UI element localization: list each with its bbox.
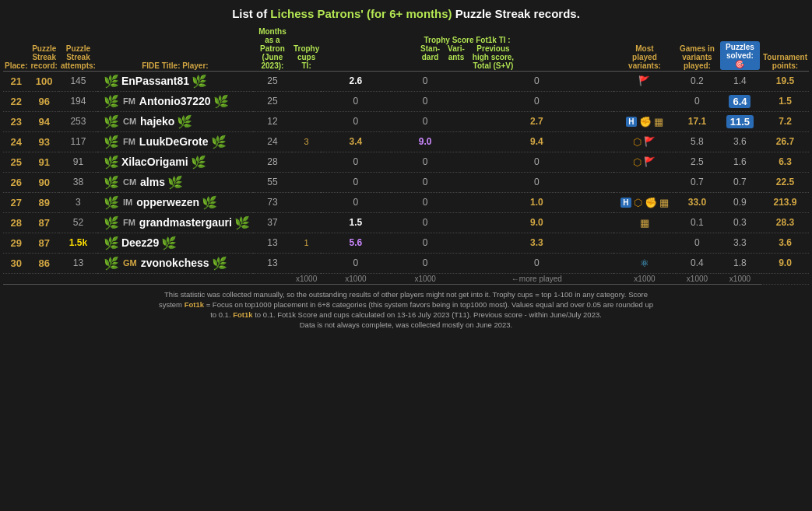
most-played-cell: H✊▦: [613, 111, 676, 131]
months-cell: 12: [253, 111, 292, 131]
puzzles-cell: 1.6: [719, 152, 761, 172]
player-cell: 🌿 GM zvonokchess 🌿: [97, 253, 253, 273]
streak-record-cell: 94: [29, 111, 58, 131]
months-cell: 28: [253, 152, 292, 172]
trophy-cell: 1: [292, 233, 321, 253]
score-standard-cell: 0: [321, 253, 390, 273]
score-variants-cell: 0: [391, 111, 460, 131]
most-played-cell: ▦: [613, 212, 676, 233]
tournament-cell: 22.5: [761, 172, 809, 192]
months-cell: 55: [253, 172, 292, 192]
player-cell: 🌿 CM hajeko 🌿: [97, 111, 253, 131]
streak-record-cell: 89: [29, 192, 58, 212]
col-place: Place:: [3, 26, 29, 72]
puzzles-cell: 3.3: [719, 233, 761, 253]
trophy-cell: [292, 152, 321, 172]
title-prefix: List of: [232, 7, 270, 20]
player-cell: 🌿 FM grandmastergauri 🌿: [97, 212, 253, 233]
page-wrapper: List of Lichess Patrons' (for 6+ months)…: [0, 0, 812, 334]
streak-record-cell: 91: [29, 152, 58, 172]
col-player: FIDE Title: Player:: [97, 26, 253, 72]
tournament-cell: 19.5: [761, 71, 809, 91]
streak-attempts-cell: 91: [59, 152, 97, 172]
x1000-row: x1000 x1000 x1000 ←more played x1000 x10…: [3, 273, 809, 284]
games-cell: 0: [676, 91, 719, 111]
table-row: 2394253 🌿 CM hajeko 🌿 12002.7H✊▦17.111.5…: [3, 111, 809, 131]
table-row: 308613 🌿 GM zvonokchess 🌿 13000⚛0.41.89.…: [3, 253, 809, 273]
more-played-label: ←more played: [460, 273, 613, 284]
tournament-cell: 7.2: [761, 111, 809, 131]
trophy-cell: [292, 71, 321, 91]
table-row: 21100145 🌿 EnPassant81 🌿 252.600🚩0.21.41…: [3, 71, 809, 91]
table-row: 288752 🌿 FM grandmastergauri 🌿 371.509.0…: [3, 212, 809, 233]
col-puzzles: Puzzlessolved: 🎯: [719, 26, 761, 72]
months-cell: 73: [253, 192, 292, 212]
table-row: 2493117 🌿 FM LuukDeGrote 🌿 2433.49.09.4⬡…: [3, 131, 809, 152]
footer-note: This statistic was collected manually, s…: [3, 289, 809, 331]
months-cell: 13: [253, 253, 292, 273]
player-cell: 🌿 FM LuukDeGrote 🌿: [97, 131, 253, 152]
streak-attempts-cell: 3: [59, 192, 97, 212]
games-cell: 0.7: [676, 172, 719, 192]
col-tournament: Tournamentpoints:: [761, 26, 809, 72]
player-cell: 🌿 CM alms 🌿: [97, 172, 253, 192]
tournament-cell: 9.0: [761, 253, 809, 273]
page-title: List of Lichess Patrons' (for 6+ months)…: [3, 6, 809, 22]
score-variants-cell: 0: [391, 253, 460, 273]
table-row: 259191 🌿 XilacOrigami 🌿 28000⬡🚩2.51.66.3: [3, 152, 809, 172]
table-body: 21100145 🌿 EnPassant81 🌿 252.600🚩0.21.41…: [3, 71, 809, 273]
streak-record-cell: 93: [29, 131, 58, 152]
player-cell: 🌿 EnPassant81 🌿: [97, 71, 253, 91]
games-cell: 0.1: [676, 212, 719, 233]
table-row: 269038 🌿 CM alms 🌿 550000.70.722.5: [3, 172, 809, 192]
tournament-cell: 213.9: [761, 192, 809, 212]
place-cell: 28: [3, 212, 29, 233]
x1000-fot1k: x1000: [391, 273, 460, 284]
fot1k-prev-cell: 0: [460, 91, 613, 111]
score-variants-cell: 0: [391, 192, 460, 212]
fot1k-prev-cell: 0: [460, 253, 613, 273]
x1000-games: x1000: [613, 273, 676, 284]
fot1k-prev-cell: 1.0: [460, 192, 613, 212]
header-row: Place: PuzzleStreakrecord: PuzzleStreaka…: [3, 26, 809, 72]
puzzles-cell: 1.4: [719, 71, 761, 91]
fot1k-prev-cell: 9.4: [460, 131, 613, 152]
x1000-tournament: x1000: [719, 273, 761, 284]
score-variants-cell: 0: [391, 233, 460, 253]
player-cell: 🌿 Deez29 🌿: [97, 233, 253, 253]
months-cell: 24: [253, 131, 292, 152]
score-standard-cell: 0: [321, 192, 390, 212]
place-cell: 23: [3, 111, 29, 131]
col-streak-record: PuzzleStreakrecord:: [29, 26, 58, 72]
tournament-cell: 1.5: [761, 91, 809, 111]
trophy-cell: [292, 91, 321, 111]
games-cell: 0: [676, 233, 719, 253]
trophy-cell: 3: [292, 131, 321, 152]
col-games: Games invariantsplayed:: [676, 26, 719, 72]
streak-record-cell: 96: [29, 91, 58, 111]
streak-attempts-cell: 52: [59, 212, 97, 233]
score-standard-cell: 0: [321, 172, 390, 192]
games-cell: 5.8: [676, 131, 719, 152]
streak-attempts-cell: 194: [59, 91, 97, 111]
fot1k-prev-cell: 0: [460, 71, 613, 91]
table-row: 29871.5k 🌿 Deez29 🌿 1315.603.303.33.6: [3, 233, 809, 253]
place-cell: 27: [3, 192, 29, 212]
score-standard-cell: 0: [321, 91, 390, 111]
months-cell: 13: [253, 233, 292, 253]
player-cell: 🌿 FM Antonio37220 🌿: [97, 91, 253, 111]
place-cell: 22: [3, 91, 29, 111]
player-cell: 🌿 XilacOrigami 🌿: [97, 152, 253, 172]
place-cell: 29: [3, 233, 29, 253]
most-played-cell: 🚩: [613, 71, 676, 91]
col-trophy: Trophycups TI:: [292, 26, 321, 72]
col-most-played: Mostplayedvariants:: [613, 26, 676, 72]
streak-attempts-cell: 253: [59, 111, 97, 131]
score-variants-cell: 0: [391, 172, 460, 192]
score-standard-cell: 1.5: [321, 212, 390, 233]
place-cell: 21: [3, 71, 29, 91]
puzzles-cell: 11.5: [719, 111, 761, 131]
streak-record-cell: 100: [29, 71, 58, 91]
trophy-cell: [292, 212, 321, 233]
fot1k-prev-cell: 9.0: [460, 212, 613, 233]
